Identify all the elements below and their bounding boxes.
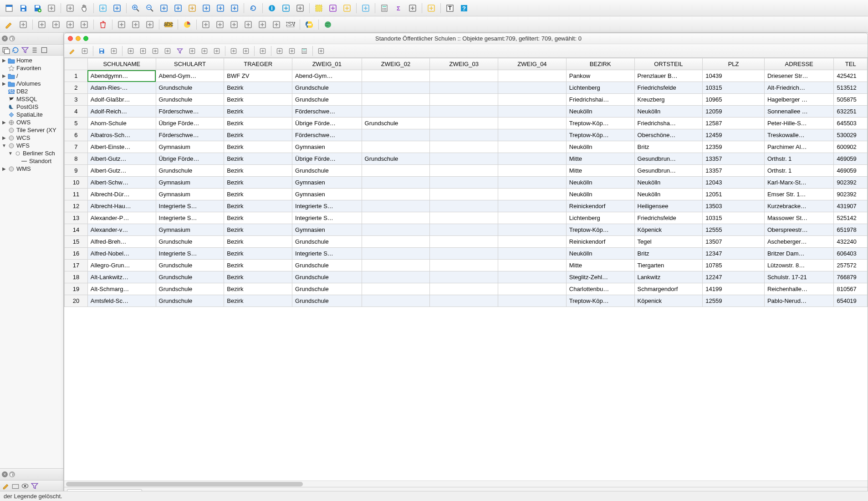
cell[interactable]: Köpenick	[634, 295, 703, 307]
tree-item[interactable]: Tile Server (XY	[0, 126, 63, 134]
calc-icon[interactable]	[299, 46, 310, 56]
cell[interactable]	[430, 165, 498, 177]
cell[interactable]	[362, 224, 430, 236]
calc-icon[interactable]	[378, 2, 391, 15]
cell[interactable]: 431907	[834, 200, 868, 212]
cell[interactable]	[362, 165, 430, 177]
cell[interactable]: Bezirk	[224, 141, 292, 153]
deselect-icon[interactable]	[341, 2, 353, 15]
column-header[interactable]: ZWEIG_03	[430, 58, 498, 70]
cell[interactable]: 13507	[703, 236, 765, 248]
cell[interactable]: Alexander-P…	[87, 212, 156, 224]
copy-icon[interactable]	[228, 46, 239, 56]
new-print-icon[interactable]	[64, 2, 77, 15]
cell[interactable]: 12555	[703, 224, 765, 236]
table-row[interactable]: 13Alexander-P…Integrierte S…BezirkIntegr…	[65, 212, 868, 224]
tree-item[interactable]: MSSQL	[0, 95, 63, 103]
cell[interactable]: Grundschule	[362, 153, 430, 165]
cell[interactable]: Prenzlauer B…	[634, 70, 703, 82]
row-number[interactable]: 6	[65, 129, 88, 141]
col-add-icon[interactable]	[274, 46, 285, 56]
filter-icon[interactable]	[174, 46, 185, 56]
tree-arrow-icon[interactable]: ▶	[2, 120, 6, 125]
cell[interactable]: Abendgymn…	[87, 70, 156, 82]
cut-icon[interactable]	[115, 18, 128, 31]
table-row[interactable]: 7Albert-Einste…GymnasiumBezirkGymnasienN…	[65, 141, 868, 153]
cell[interactable]: Gymnasien	[292, 224, 362, 236]
cell[interactable]: Alfred-Nobel…	[87, 248, 156, 260]
cell[interactable]: Treptow-Köp…	[566, 118, 634, 129]
cell[interactable]	[498, 224, 567, 236]
cell[interactable]: Grundschule	[292, 260, 362, 271]
cell[interactable]: Integrierte S…	[292, 200, 362, 212]
cell[interactable]: 651978	[834, 224, 868, 236]
cell[interactable]	[362, 260, 430, 271]
stars-y-icon[interactable]	[36, 18, 48, 31]
tree-arrow-icon[interactable]: ▼	[8, 151, 13, 156]
cell[interactable]: 10315	[703, 82, 765, 94]
tree-item[interactable]: ▼ WFS	[0, 142, 63, 149]
table-row[interactable]: 2Adam-Ries-…GrundschuleBezirkGrundschule…	[65, 82, 868, 94]
stars-b-icon[interactable]	[64, 18, 77, 31]
cell[interactable]: Grundschule	[156, 260, 224, 271]
cell[interactable]: Übrige Förde…	[292, 153, 362, 165]
cell[interactable]: Integrierte S…	[156, 200, 224, 212]
cell[interactable]: Grundschule	[292, 236, 362, 248]
cell[interactable]	[362, 129, 430, 141]
cell[interactable]	[430, 153, 498, 165]
row-header-corner[interactable]	[65, 58, 88, 70]
cell[interactable]: Grundschule	[292, 94, 362, 106]
cell[interactable]: Grundschule	[292, 283, 362, 295]
cell[interactable]: Grundschule	[292, 271, 362, 283]
tree-item[interactable]: ▶ OWS	[0, 118, 63, 126]
cell[interactable]	[498, 82, 567, 94]
cell[interactable]: Gymnasium	[156, 224, 224, 236]
move-top-icon[interactable]	[187, 46, 198, 56]
cell[interactable]	[362, 236, 430, 248]
cell[interactable]: Förderschwe…	[292, 129, 362, 141]
cell[interactable]: Integrierte S…	[156, 248, 224, 260]
cell[interactable]: Reichenhalle…	[764, 283, 834, 295]
cell[interactable]: Karl-Marx-St…	[764, 177, 834, 189]
cell[interactable]: Gymnasien	[292, 177, 362, 189]
cell[interactable]: 902392	[834, 189, 868, 200]
cell[interactable]: Massower St…	[764, 212, 834, 224]
cell[interactable]: Bezirk	[224, 248, 292, 260]
stars-p-icon[interactable]	[78, 18, 91, 31]
cell[interactable]: 14199	[703, 283, 765, 295]
cell[interactable]: Bezirk	[224, 200, 292, 212]
cell[interactable]: Integrierte S…	[156, 212, 224, 224]
filter-icon[interactable]	[31, 482, 39, 490]
tree-arrow-icon[interactable]: ▶	[2, 135, 6, 140]
open-icon[interactable]	[3, 2, 15, 15]
cell[interactable]: Ahorn-Schule	[87, 118, 156, 129]
row-number[interactable]: 12	[65, 200, 88, 212]
identify-icon[interactable]: i	[266, 2, 278, 15]
cell[interactable]: 13357	[703, 153, 765, 165]
cell[interactable]: Treskowalle…	[764, 129, 834, 141]
cell[interactable]	[430, 283, 498, 295]
cell[interactable]	[498, 70, 567, 82]
column-header[interactable]: ADRESSE	[764, 58, 834, 70]
cell[interactable]: Integrierte S…	[292, 248, 362, 260]
col-del-icon[interactable]	[286, 46, 297, 56]
row-number[interactable]: 5	[65, 118, 88, 129]
sel-poly-icon[interactable]	[214, 18, 226, 31]
cell[interactable]	[430, 141, 498, 153]
tree-arrow-icon[interactable]: ▼	[2, 143, 6, 148]
row-number[interactable]: 9	[65, 165, 88, 177]
new-icon[interactable]	[45, 2, 58, 15]
cell[interactable]: Albert-Einste…	[87, 141, 156, 153]
row-number[interactable]: 7	[65, 141, 88, 153]
cell[interactable]	[498, 141, 567, 153]
cell[interactable]: Förderschwe…	[156, 129, 224, 141]
cell[interactable]	[498, 189, 567, 200]
sel-free-icon[interactable]	[228, 18, 240, 31]
cell[interactable]: Charlottenbu…	[566, 283, 634, 295]
cell[interactable]: Orthstr. 1	[764, 153, 834, 165]
cell[interactable]: Bezirk	[224, 212, 292, 224]
cell[interactable]: Lichtenberg	[566, 212, 634, 224]
cell[interactable]: Grundschule	[292, 165, 362, 177]
tree-arrow-icon[interactable]: ▶	[2, 73, 6, 78]
tree-item[interactable]: Standort	[0, 157, 63, 165]
